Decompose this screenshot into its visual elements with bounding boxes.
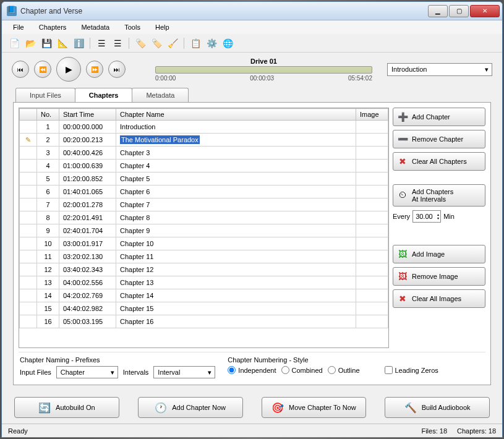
col-rowheader[interactable] — [20, 109, 37, 121]
row-header[interactable] — [20, 289, 37, 302]
table-row[interactable]: ✎200:20:00.213The Motivational Paradox — [20, 134, 388, 147]
cell-name-editing[interactable]: The Motivational Paradox — [120, 135, 200, 144]
row-header[interactable] — [20, 224, 37, 237]
row-header[interactable] — [20, 198, 37, 211]
row-header[interactable] — [20, 173, 37, 185]
tab-input-files[interactable]: Input Files — [15, 88, 75, 102]
add-image-button[interactable]: 🖼Add Image — [393, 245, 485, 263]
target-icon: 🎯 — [271, 402, 284, 414]
col-image[interactable]: Image — [356, 109, 388, 121]
menu-metadata[interactable]: Metadata — [75, 22, 116, 32]
table-row[interactable]: 1304:00:02.556Chapter 13 — [20, 276, 388, 289]
input-files-combo[interactable]: Chapter — [56, 366, 118, 378]
build-audiobook-button[interactable]: 🔨Build Audiobook — [385, 397, 490, 418]
row-header[interactable] — [20, 237, 37, 250]
menu-tools[interactable]: Tools — [118, 22, 147, 32]
row-header[interactable] — [20, 211, 37, 224]
interval-spinner[interactable]: 30.00 — [412, 210, 441, 223]
minimize-button[interactable]: ▁ — [428, 5, 448, 17]
table-row[interactable]: 1404:20:02.769Chapter 14 — [20, 289, 388, 302]
table-row[interactable]: 100:00:00.000Introduction — [20, 121, 388, 134]
remove-image-button[interactable]: 🖼Remove Image — [393, 267, 485, 286]
row-header[interactable] — [20, 302, 37, 315]
row-header[interactable] — [20, 160, 37, 173]
col-start[interactable]: Start Time — [59, 109, 116, 121]
chapter-dropdown[interactable]: Introduction — [387, 63, 492, 76]
radio-outline[interactable]: Outline — [328, 366, 360, 374]
indent-right-icon[interactable]: ☰ — [111, 37, 124, 49]
app-window: Chapter and Verse ▁ ▢ ✕ File Chapters Me… — [1, 1, 503, 438]
table-row[interactable]: 1203:40:02.343Chapter 12 — [20, 263, 388, 276]
clear-chapters-button[interactable]: ✖Clear All Chapters — [393, 152, 485, 171]
checkbox-leading-zeros[interactable]: Leading Zeros — [385, 366, 438, 374]
menu-chapters[interactable]: Chapters — [33, 22, 73, 32]
row-header[interactable] — [20, 276, 37, 289]
autobuild-button[interactable]: 🔄Autobuild On — [14, 397, 119, 418]
indent-left-icon[interactable]: ☰ — [95, 37, 108, 49]
move-chapter-now-button[interactable]: 🎯Move Chapter To Now — [262, 397, 367, 418]
add-chapter-button[interactable]: ➕Add Chapter — [393, 108, 485, 126]
info-icon[interactable]: ℹ️ — [72, 37, 85, 49]
menu-help[interactable]: Help — [149, 22, 176, 32]
table-row[interactable]: 601:40:01.065Chapter 6 — [20, 185, 388, 198]
row-header[interactable] — [20, 263, 37, 276]
table-row[interactable]: 1504:40:02.982Chapter 15 — [20, 302, 388, 315]
row-header[interactable] — [20, 147, 37, 160]
new-icon[interactable]: 📄 — [8, 37, 20, 49]
cell-name: Chapter 13 — [120, 279, 153, 286]
time-start: 0:00:00 — [155, 75, 176, 82]
tab-chapters[interactable]: Chapters — [75, 88, 133, 102]
remove-chapter-button[interactable]: ➖Remove Chapter — [393, 130, 485, 148]
play-button[interactable]: ▶ — [56, 57, 81, 82]
radio-independent[interactable]: Independent — [228, 366, 276, 374]
progress-area: Drive 01 0:00:00 00:00:03 05:54:02 — [155, 58, 372, 82]
save-icon[interactable]: 💾 — [40, 37, 53, 49]
table-row[interactable]: 501:20:00.852Chapter 5 — [20, 173, 388, 185]
brush-icon[interactable]: 🧹 — [166, 37, 179, 49]
skip-end-button[interactable]: ⏭ — [108, 61, 126, 78]
table-row[interactable]: 1103:20:02.130Chapter 11 — [20, 250, 388, 263]
add-chapter-now-button[interactable]: 🕐Add Chapter Now — [138, 397, 243, 418]
table-row[interactable]: 902:40:01.704Chapter 9 — [20, 224, 388, 237]
lower-form: Chapter Naming - Prefixes Input Files Ch… — [19, 352, 485, 380]
cell-start: 03:20:02.130 — [59, 250, 116, 263]
radio-combined[interactable]: Combined — [281, 366, 323, 374]
menu-file[interactable]: File — [7, 22, 30, 32]
cell-no: 11 — [37, 250, 59, 263]
cell-no: 1 — [37, 121, 59, 134]
gear-icon[interactable]: ⚙️ — [205, 37, 218, 49]
row-header[interactable] — [20, 185, 37, 198]
row-header[interactable] — [20, 121, 37, 134]
clear-images-button[interactable]: ✖Clear All Images — [393, 289, 485, 308]
tag-icon-2[interactable]: 🏷️ — [150, 37, 163, 49]
row-header[interactable]: ✎ — [20, 134, 37, 147]
table-row[interactable]: 401:00:00.639Chapter 4 — [20, 160, 388, 173]
tool-icon-1[interactable]: 📐 — [56, 37, 69, 49]
image-clear-icon: ✖ — [397, 293, 408, 304]
chapters-grid[interactable]: No. Start Time Chapter Name Image 100:00… — [19, 108, 389, 348]
table-row[interactable]: 1003:00:01.917Chapter 10 — [20, 237, 388, 250]
maximize-button[interactable]: ▢ — [449, 5, 469, 17]
tag-icon-1[interactable]: 🏷️ — [134, 37, 147, 49]
open-icon[interactable]: 📂 — [24, 37, 36, 49]
tab-metadata[interactable]: Metadata — [132, 88, 189, 102]
intervals-combo[interactable]: Interval — [153, 366, 215, 378]
cell-start: 01:40:01.065 — [59, 185, 116, 198]
row-header[interactable] — [20, 315, 37, 328]
forward-button[interactable]: ⏩ — [86, 61, 103, 78]
table-row[interactable]: 1605:00:03.195Chapter 16 — [20, 315, 388, 328]
table-row[interactable]: 802:20:01.491Chapter 8 — [20, 211, 388, 224]
progress-track[interactable] — [155, 66, 372, 74]
table-row[interactable]: 300:40:00.426Chapter 3 — [20, 147, 388, 160]
globe-icon[interactable]: 🌐 — [221, 37, 234, 49]
table-row[interactable]: 702:00:01.278Chapter 7 — [20, 198, 388, 211]
add-intervals-button[interactable]: ⏲Add ChaptersAt Intervals — [393, 184, 485, 207]
playback-bar: ⏮ ⏪ ▶ ⏩ ⏭ Drive 01 0:00:00 00:00:03 05:5… — [2, 53, 502, 86]
close-button[interactable]: ✕ — [470, 5, 500, 17]
col-name[interactable]: Chapter Name — [116, 109, 356, 121]
page-icon[interactable]: 📋 — [189, 37, 202, 49]
skip-start-button[interactable]: ⏮ — [12, 61, 29, 78]
col-no[interactable]: No. — [37, 109, 59, 121]
rewind-button[interactable]: ⏪ — [34, 61, 51, 78]
row-header[interactable] — [20, 250, 37, 263]
